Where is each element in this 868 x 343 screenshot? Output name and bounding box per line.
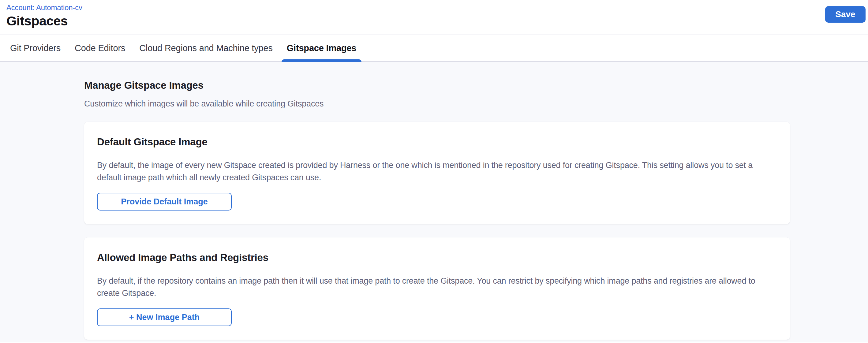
allowed-image-paths-title: Allowed Image Paths and Registries	[97, 251, 777, 264]
page-title: Gitspaces	[6, 13, 868, 28]
account-breadcrumb-link[interactable]: Account: Automation-cv	[6, 3, 82, 12]
default-gitspace-image-card: Default Gitspace Image By default, the i…	[84, 122, 790, 224]
new-image-path-button[interactable]: + New Image Path	[97, 308, 232, 326]
settings-tabbar: Git Providers Code Editors Cloud Regions…	[0, 35, 868, 62]
section-subheading: Customize which images will be available…	[84, 98, 790, 109]
provide-default-image-button[interactable]: Provide Default Image	[97, 193, 232, 211]
gitspace-images-panel: Manage Gitspace Images Customize which i…	[0, 62, 868, 342]
tab-cloud-regions-and-machine-types[interactable]: Cloud Regions and Machine types	[134, 35, 278, 61]
allowed-image-paths-description: By default, if the repository contains a…	[97, 275, 777, 299]
section-heading: Manage Gitspace Images	[84, 79, 790, 92]
tab-gitspace-images-label: Gitspace Images	[287, 43, 356, 53]
allowed-image-paths-card: Allowed Image Paths and Registries By de…	[84, 238, 790, 340]
save-button[interactable]: Save	[825, 6, 866, 23]
page-header: Account: Automation-cv Gitspaces Save	[0, 0, 868, 35]
default-gitspace-image-description: By default, the image of every new Gitsp…	[97, 159, 777, 184]
default-gitspace-image-title: Default Gitspace Image	[97, 135, 777, 149]
tab-gitspace-images[interactable]: Gitspace Images	[282, 35, 362, 61]
tab-code-editors[interactable]: Code Editors	[69, 35, 130, 61]
active-tab-underline	[282, 59, 362, 62]
tab-git-providers[interactable]: Git Providers	[5, 35, 66, 61]
